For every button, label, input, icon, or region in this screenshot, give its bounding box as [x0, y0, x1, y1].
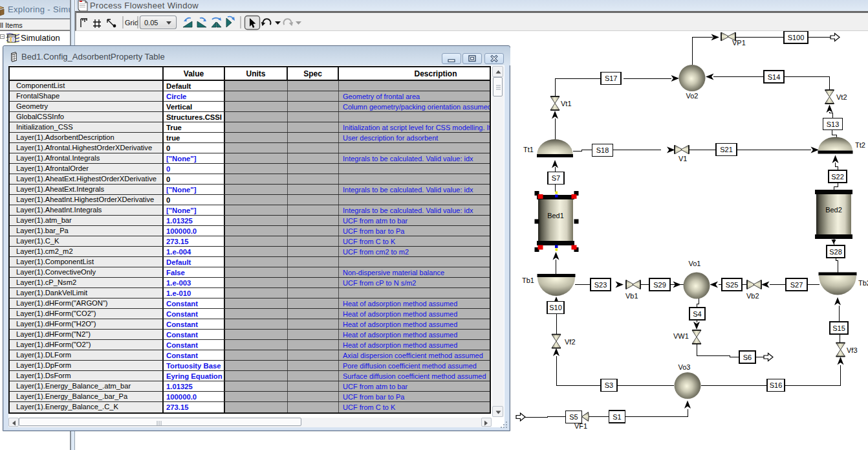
svg-text:Tb1: Tb1 — [522, 276, 534, 284]
svg-text:Vb2: Vb2 — [746, 292, 759, 300]
svg-text:S25: S25 — [726, 281, 739, 289]
svg-text:S10: S10 — [549, 304, 562, 311]
svg-text:Vt1: Vt1 — [561, 100, 572, 107]
svg-text:Tt1: Tt1 — [523, 146, 534, 153]
svg-text:Vt2: Vt2 — [836, 93, 847, 101]
svg-text:Bed1: Bed1 — [547, 212, 564, 219]
svg-text:S14: S14 — [768, 73, 781, 81]
svg-text:Vo3: Vo3 — [678, 363, 691, 371]
svg-text:S7: S7 — [552, 174, 560, 182]
svg-text:S5: S5 — [569, 413, 578, 421]
svg-text:VF1: VF1 — [574, 422, 587, 430]
svg-text:Tb2: Tb2 — [858, 279, 868, 287]
svg-text:VP1: VP1 — [732, 39, 746, 47]
svg-text:Tt2: Tt2 — [855, 141, 865, 149]
svg-text:S23: S23 — [594, 281, 607, 289]
svg-text:S4: S4 — [693, 310, 701, 318]
svg-text:Grid: Grid — [125, 19, 138, 27]
svg-text:S28: S28 — [829, 248, 842, 256]
svg-text:S21: S21 — [720, 146, 733, 153]
svg-text:S6: S6 — [743, 354, 752, 361]
svg-text:S15: S15 — [832, 324, 845, 332]
svg-text:S16: S16 — [770, 381, 783, 389]
svg-text:Vf3: Vf3 — [847, 346, 858, 354]
svg-text:0.05: 0.05 — [144, 19, 158, 27]
svg-text:S100: S100 — [788, 34, 805, 41]
svg-text:S1: S1 — [613, 413, 621, 421]
svg-text:Vo2: Vo2 — [686, 92, 699, 100]
svg-text:S27: S27 — [790, 281, 803, 289]
svg-text:V1: V1 — [678, 155, 687, 163]
svg-text:S13: S13 — [827, 120, 840, 128]
svg-text:VW1: VW1 — [673, 332, 689, 340]
svg-text:Vf2: Vf2 — [565, 338, 576, 346]
svg-text:Vo1: Vo1 — [689, 260, 701, 267]
svg-text:S22: S22 — [831, 173, 844, 181]
svg-text:S17: S17 — [605, 74, 618, 82]
svg-text:S3: S3 — [605, 381, 613, 389]
svg-text:Vb1: Vb1 — [625, 292, 638, 300]
svg-text:S29: S29 — [653, 281, 666, 289]
svg-text:Bed2: Bed2 — [825, 206, 842, 214]
svg-text:S18: S18 — [596, 146, 609, 154]
